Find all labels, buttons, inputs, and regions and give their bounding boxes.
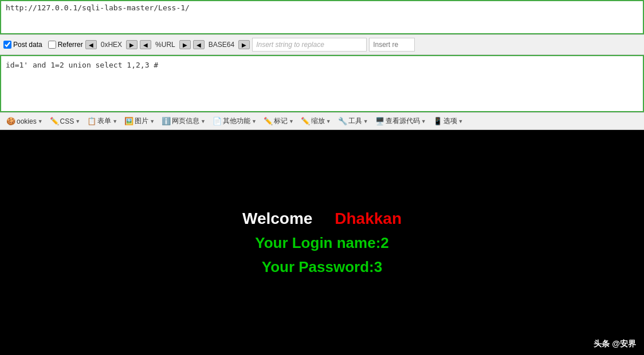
form-dropdown: ▼ [112,119,117,124]
url-arrow-right[interactable] [179,40,191,49]
hex-label: 0xHEX [99,40,124,50]
source-label: 查看源代码 [386,116,420,126]
login-name-line: Your Login name:2 [242,231,402,255]
referrer-checkbox-label[interactable]: Referrer [48,41,83,49]
source-icon: 🖥️ [375,117,384,125]
image-label: 图片 [135,116,148,126]
ext-form[interactable]: 📋 表单 ▼ [84,115,120,128]
welcome-white-text: Welcome [242,210,312,227]
image-dropdown: ▼ [150,119,155,124]
mark-dropdown: ▼ [289,119,294,124]
ext-tools[interactable]: 🔧 工具 ▼ [335,115,371,128]
post-data-checkbox[interactable] [3,41,11,49]
cookies-label: ookies [17,117,37,125]
url-arrow-left[interactable] [140,40,151,49]
insert-string-input[interactable] [252,38,367,52]
hex-arrow-left[interactable] [85,40,97,49]
css-dropdown: ▼ [75,119,80,124]
tools-dropdown: ▼ [363,119,368,124]
zoom-dropdown: ▼ [326,119,331,124]
ext-other[interactable]: 📄 其他功能 ▼ [210,115,260,128]
pageinfo-label: 网页信息 [172,116,199,126]
watermark-text: 头条 @安界 [594,339,636,348]
pageinfo-dropdown: ▼ [201,119,206,124]
watermark: 头条 @安界 [590,338,639,350]
base64-label: BASE64 [207,40,236,50]
form-icon: 📋 [87,117,96,125]
zoom-label: 缩放 [311,116,325,126]
mark-label: 标记 [274,116,288,126]
insert-replace-input[interactable] [369,38,415,52]
base64-arrow-right[interactable] [238,40,250,49]
base64-arrow-left[interactable] [193,40,205,49]
ext-mark[interactable]: ✏️ 标记 ▼ [261,115,297,128]
other-icon: 📄 [213,117,222,125]
ext-pageinfo[interactable]: ℹ️ 网页信息 ▼ [159,115,209,128]
url-text: http://127.0.0.1/sqli-labs-master/Less-1… [6,3,190,12]
toolbar-row: Post data Referrer 0xHEX %URL BASE64 [0,34,644,55]
referrer-checkbox[interactable] [48,41,56,49]
main-content: Welcome Dhakkan Your Login name:2 Your P… [0,130,644,355]
ext-options[interactable]: 📱 选项 ▼ [430,115,466,128]
tools-icon: 🔧 [338,117,347,125]
options-dropdown: ▼ [458,119,464,124]
ext-source[interactable]: 🖥️ 查看源代码 ▼ [372,115,429,128]
post-data-area: id=1' and 1=2 union select 1,2,3 # [0,55,644,112]
welcome-line1: Welcome Dhakkan [242,206,402,232]
post-data-checkbox-label[interactable]: Post data [3,41,42,49]
zoom-icon: ✏️ [301,117,310,125]
css-icon: ✏️ [50,117,59,125]
mark-icon: ✏️ [264,117,273,125]
hex-arrow-right[interactable] [126,40,138,49]
options-icon: 📱 [433,117,442,125]
welcome-red-text: Dhakkan [335,210,402,227]
image-icon: 🖼️ [124,117,133,125]
ext-zoom[interactable]: ✏️ 缩放 ▼ [298,115,334,128]
url-area: http://127.0.0.1/sqli-labs-master/Less-1… [0,0,644,34]
welcome-section: Welcome Dhakkan Your Login name:2 Your P… [242,206,402,279]
page-wrapper: http://127.0.0.1/sqli-labs-master/Less-1… [0,0,644,355]
cookies-dropdown: ▼ [38,119,43,124]
options-label: 选项 [443,116,457,126]
source-dropdown: ▼ [421,119,426,124]
post-data-label: Post data [13,41,42,49]
form-label: 表单 [97,116,111,126]
post-data-value: id=1' and 1=2 union select 1,2,3 # [6,61,158,69]
tools-label: 工具 [348,116,362,126]
ext-image[interactable]: 🖼️ 图片 ▼ [121,115,158,128]
pageinfo-icon: ℹ️ [162,117,171,125]
cookies-icon: 🍪 [6,117,15,125]
password-line: Your Password:3 [242,255,402,279]
other-dropdown: ▼ [252,119,257,124]
other-label: 其他功能 [223,116,250,126]
ext-cookies[interactable]: 🍪 ookies ▼ [3,115,46,127]
referrer-label: Referrer [58,41,83,49]
css-label: CSS [60,117,74,125]
ext-css[interactable]: ✏️ CSS ▼ [47,115,84,127]
url-label: %URL [154,40,177,50]
bottom-toolbar: 🍪 ookies ▼ ✏️ CSS ▼ 📋 表单 ▼ 🖼️ 图片 ▼ ℹ️ 网页… [0,112,644,130]
